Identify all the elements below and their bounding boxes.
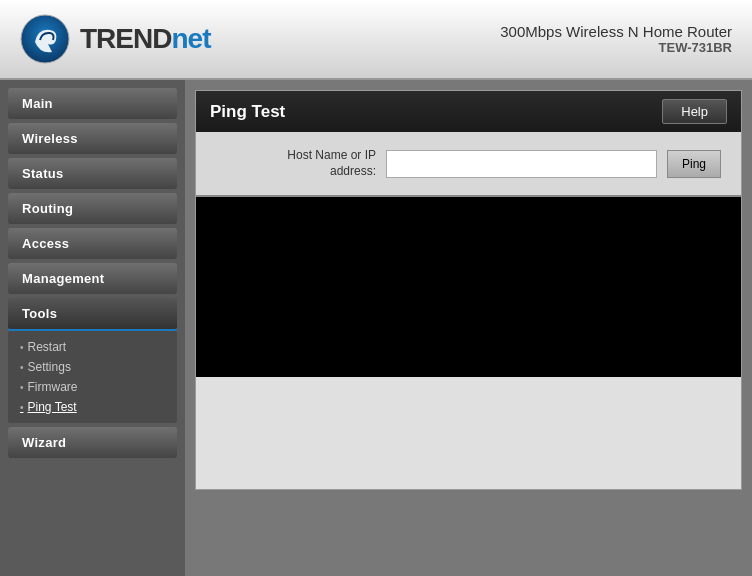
tools-subitem-ping-test[interactable]: • Ping Test bbox=[20, 397, 177, 417]
ping-button[interactable]: Ping bbox=[667, 150, 721, 178]
tools-subitem-restart[interactable]: • Restart bbox=[20, 337, 177, 357]
device-model: TEW-731BR bbox=[500, 40, 732, 55]
sidebar-item-main[interactable]: Main bbox=[8, 88, 177, 119]
page-container: Ping Test Help Host Name or IP address: … bbox=[195, 90, 742, 490]
device-title: 300Mbps Wireless N Home Router bbox=[500, 23, 732, 40]
bullet-icon: • bbox=[20, 382, 24, 393]
tools-submenu: • Restart • Settings • Firmware • Ping T… bbox=[8, 331, 177, 423]
form-label: Host Name or IP address: bbox=[216, 148, 376, 179]
form-area: Host Name or IP address: Ping bbox=[196, 132, 741, 197]
sidebar-item-routing[interactable]: Routing bbox=[8, 193, 177, 224]
device-info: 300Mbps Wireless N Home Router TEW-731BR bbox=[500, 23, 732, 55]
ping-output-area bbox=[196, 197, 741, 377]
tools-subitem-settings-label: Settings bbox=[28, 360, 71, 374]
header: TRENDnet 300Mbps Wireless N Home Router … bbox=[0, 0, 752, 80]
tools-subitem-restart-label: Restart bbox=[28, 340, 67, 354]
tools-subitem-ping-test-label: Ping Test bbox=[28, 400, 77, 414]
content-area: Main Wireless Status Routing Access Mana… bbox=[0, 80, 752, 576]
page-title: Ping Test bbox=[210, 102, 285, 122]
logo-text: TRENDnet bbox=[80, 23, 210, 55]
sidebar-item-access[interactable]: Access bbox=[8, 228, 177, 259]
tools-subitem-firmware[interactable]: • Firmware bbox=[20, 377, 177, 397]
tools-subitem-firmware-label: Firmware bbox=[28, 380, 78, 394]
sidebar-item-wizard[interactable]: Wizard bbox=[8, 427, 177, 458]
sidebar-item-wireless[interactable]: Wireless bbox=[8, 123, 177, 154]
form-row: Host Name or IP address: Ping bbox=[216, 148, 721, 179]
help-button[interactable]: Help bbox=[662, 99, 727, 124]
sidebar-item-status[interactable]: Status bbox=[8, 158, 177, 189]
bullet-icon: • bbox=[20, 342, 24, 353]
page-header: Ping Test Help bbox=[196, 91, 741, 132]
bullet-icon: • bbox=[20, 402, 24, 413]
sidebar-item-management[interactable]: Management bbox=[8, 263, 177, 294]
bullet-icon: • bbox=[20, 362, 24, 373]
trendnet-logo-icon bbox=[20, 14, 70, 64]
logo-area: TRENDnet bbox=[20, 14, 210, 64]
sidebar: Main Wireless Status Routing Access Mana… bbox=[0, 80, 185, 576]
host-input[interactable] bbox=[386, 150, 657, 178]
sidebar-item-tools[interactable]: Tools bbox=[8, 298, 177, 331]
tools-subitem-settings[interactable]: • Settings bbox=[20, 357, 177, 377]
main-panel: Ping Test Help Host Name or IP address: … bbox=[185, 80, 752, 576]
